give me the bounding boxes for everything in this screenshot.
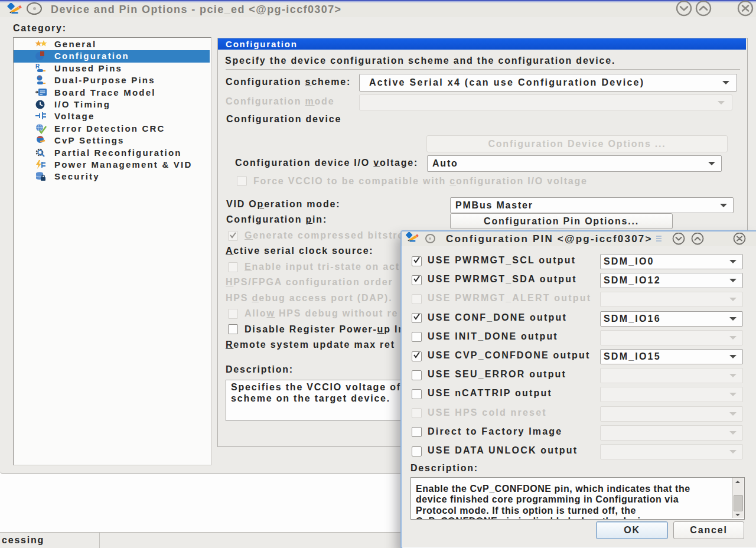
svg-text:R: R xyxy=(35,63,40,70)
